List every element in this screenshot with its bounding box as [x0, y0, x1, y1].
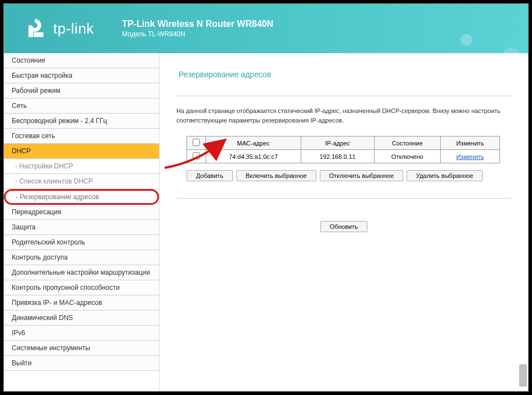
sidebar-item-3[interactable]: Сеть [4, 98, 159, 114]
product-subtitle: Модель TL-WR840N [122, 30, 273, 38]
divider-line-2 [176, 198, 511, 199]
divider-line [176, 96, 511, 96]
row-checkbox[interactable] [193, 152, 200, 159]
brand-text: tp-link [53, 20, 94, 37]
sidebar-menu: СостояниеБыстрая настройкаРабочий режимС… [4, 53, 160, 391]
sidebar-subitem-9[interactable]: - Резервирование адресов [4, 189, 159, 205]
tplink-logo-icon [26, 18, 48, 39]
sidebar-item-2[interactable]: Рабочий режим [4, 83, 159, 98]
content-panel: Резервирование адресов На данной страниц… [160, 53, 528, 391]
sidebar-item-1[interactable]: Быстрая настройка [4, 68, 159, 83]
cell-mac: 74:d4:35:a1:0c:c7 [206, 150, 301, 163]
sidebar-item-4[interactable]: Беспроводной режим - 2,4 ГГц [4, 114, 159, 129]
col-edit: Изменить [441, 137, 500, 150]
header-bar: tp-link TP-Link Wireless N Router WR840N… [4, 4, 528, 53]
sidebar-item-11[interactable]: Защита [4, 220, 159, 235]
col-state: Состояние [374, 137, 440, 150]
add-button[interactable]: Добавить [186, 170, 233, 181]
header-title-block: TP-Link Wireless N Router WR840N Модель … [122, 19, 273, 38]
col-mac: MAC-адрес [206, 137, 301, 150]
sidebar-subitem-7[interactable]: - Настройки DHCP [4, 159, 159, 174]
sidebar-item-15[interactable]: Контроль пропускной способности [4, 280, 159, 295]
svg-rect-0 [29, 27, 34, 37]
sidebar-item-0[interactable]: Состояние [4, 53, 159, 68]
col-ip: IP-адрес [301, 137, 374, 150]
sidebar-item-12[interactable]: Родительский контроль [4, 235, 159, 250]
sidebar-item-14[interactable]: Дополнительные настройки маршрутизации [4, 265, 159, 280]
reservation-table: MAC-адрес IP-адрес Состояние Изменить 74… [186, 136, 500, 163]
sidebar-item-13[interactable]: Контроль доступа [4, 250, 159, 265]
disable-selected-button[interactable]: Отключить выбранное [320, 170, 403, 181]
sidebar-item-19[interactable]: Системные инструменты [4, 341, 159, 356]
table-row: 74:d4:35:a1:0c:c7 192.168.0.11 Отключено… [187, 150, 500, 163]
delete-selected-button[interactable]: Удалить выбранное [407, 170, 483, 181]
cell-state: Отключено [374, 150, 440, 163]
logo: tp-link [26, 18, 94, 39]
edit-link[interactable]: Изменить [456, 153, 484, 160]
page-heading: Резервирование адресов [176, 70, 511, 79]
col-checkbox [187, 137, 206, 150]
sidebar-item-18[interactable]: IPv6 [4, 326, 159, 341]
refresh-button[interactable]: Обновить [320, 221, 367, 232]
cell-ip: 192.168.0.11 [301, 150, 374, 163]
sidebar-item-16[interactable]: Привязка IP- и MAC-адресов [4, 295, 159, 311]
page-description: На данной странице отображается статичес… [176, 106, 511, 125]
svg-rect-1 [34, 32, 43, 37]
sidebar-item-20[interactable]: Выйти [4, 356, 159, 371]
sidebar-item-5[interactable]: Гостевая сеть [4, 129, 159, 144]
sidebar-item-10[interactable]: Переадресация [4, 205, 159, 220]
product-title: TP-Link Wireless N Router WR840N [122, 19, 273, 29]
enable-selected-button[interactable]: Включить выбранное [236, 170, 316, 181]
scrollbar-thumb[interactable] [519, 364, 527, 387]
sidebar-subitem-8[interactable]: - Список клиентов DHCP [4, 174, 159, 189]
sidebar-item-6[interactable]: DHCP [4, 144, 159, 159]
select-all-checkbox[interactable] [193, 139, 200, 146]
sidebar-item-17[interactable]: Динамический DNS [4, 311, 159, 326]
